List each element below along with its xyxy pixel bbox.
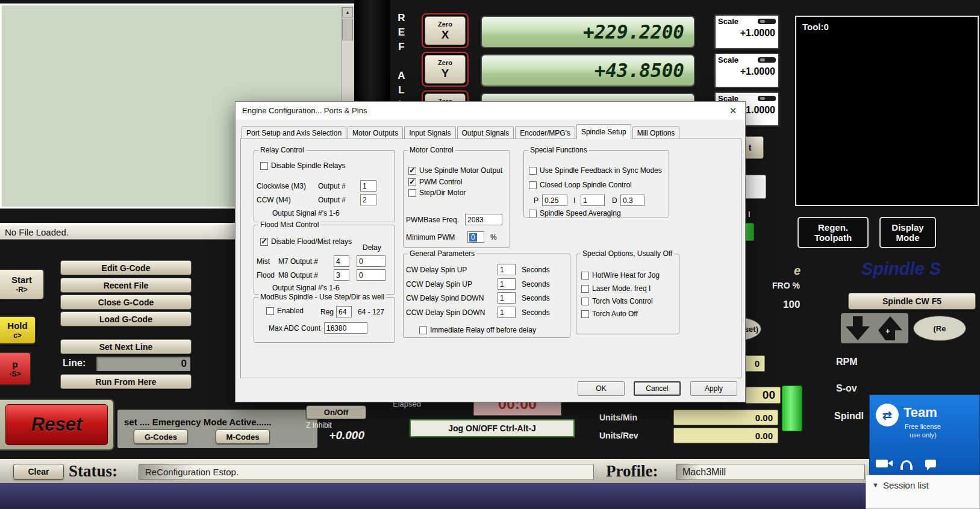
- tab-encoder-mpgs[interactable]: Encoder/MPG's: [515, 126, 575, 139]
- torch-volts-checkbox[interactable]: Torch Volts Control: [581, 297, 653, 305]
- ok-button[interactable]: OK: [578, 381, 625, 396]
- checkbox-icon: [581, 310, 589, 318]
- tab-motor-outputs[interactable]: Motor Outputs: [348, 126, 403, 139]
- stop-button[interactable]: p -S>: [0, 352, 31, 386]
- scroll-up-icon[interactable]: ▲: [342, 7, 353, 17]
- i-field[interactable]: [581, 195, 605, 206]
- no-file-text: No File Loaded.: [5, 227, 69, 237]
- gcodes-label: G-Codes: [145, 432, 177, 442]
- closed-loop-checkbox[interactable]: Closed Loop Spindle Control: [529, 181, 632, 189]
- tab-spindle-setup[interactable]: Spindle Setup: [576, 124, 631, 139]
- gcodes-button[interactable]: G-Codes: [134, 429, 188, 444]
- apply-button[interactable]: Apply: [690, 381, 737, 396]
- spindle-down-icon[interactable]: [846, 316, 870, 340]
- immediate-relay-checkbox[interactable]: Immediate Relay off before delay: [419, 326, 536, 334]
- y-axis-dro[interactable]: +43.8500: [481, 54, 695, 87]
- cycle-start-button[interactable]: Start -R>: [0, 269, 45, 300]
- spindle-reset-button[interactable]: (Re: [913, 316, 966, 341]
- scrollbar-thumb[interactable]: [342, 19, 353, 40]
- tab-output-signals[interactable]: Output Signals: [457, 126, 514, 139]
- chat-icon[interactable]: [925, 460, 936, 467]
- m7-output-field[interactable]: [334, 255, 349, 267]
- cw-delay-down-field[interactable]: [498, 292, 516, 304]
- d-label: D: [612, 196, 617, 205]
- ccw-m4-label: CCW (M4): [257, 196, 291, 204]
- mcodes-button[interactable]: M-Codes: [216, 429, 270, 444]
- torch-auto-off-checkbox[interactable]: Torch Auto Off: [581, 310, 638, 318]
- jog-onoff-button[interactable]: Jog ON/OFF Ctrl-Alt-J: [410, 419, 575, 437]
- ccw-delay-up-field[interactable]: [498, 278, 516, 290]
- cancel-button[interactable]: Cancel: [634, 381, 681, 396]
- clockwise-output-field[interactable]: [360, 180, 376, 192]
- session-list-label: Session list: [883, 480, 929, 490]
- load-gcode-button[interactable]: Load G-Code: [60, 311, 192, 326]
- y-scale-label: Scale: [718, 55, 738, 64]
- m8-delay-field[interactable]: [357, 269, 385, 281]
- feedrate-override-slider[interactable]: [782, 386, 802, 431]
- y-scale-box[interactable]: Scale +1.0000: [714, 53, 779, 88]
- feedrate-dro-fragment[interactable]: 00: [746, 387, 781, 404]
- zero-y-button[interactable]: Zero Y: [422, 52, 469, 87]
- feed-hold-button[interactable]: Hold c>: [0, 316, 36, 345]
- recent-file-button[interactable]: Recent File: [60, 278, 192, 293]
- x-scale-box[interactable]: Scale +1.0000: [714, 14, 779, 49]
- cycle-start-line1: Start: [11, 275, 32, 286]
- use-spindle-motor-checkbox[interactable]: Use Spindle Motor Output: [408, 166, 502, 175]
- spindle-feedback-checkbox[interactable]: Use Spindle Feedback in Sync Modes: [529, 166, 662, 175]
- checkbox-icon: [408, 167, 416, 175]
- disable-flood-mist-checkbox[interactable]: Disable Flood/Mist relays: [260, 237, 352, 246]
- hotwire-checkbox[interactable]: HotWire Heat for Jog: [581, 271, 660, 279]
- ccw-delay-down-field[interactable]: [498, 307, 516, 318]
- run-from-here-button[interactable]: Run From Here: [60, 374, 192, 389]
- minimum-pwm-value: 0: [469, 233, 477, 242]
- z-inhibit-dro[interactable]: +0.000: [304, 426, 364, 445]
- tab-mill-options[interactable]: Mill Options: [632, 126, 680, 139]
- zero-x-button[interactable]: Zero X: [422, 13, 469, 48]
- flood-mist-title: Flood Mist Control: [258, 220, 320, 229]
- disable-spindle-relays-checkbox[interactable]: Disable Spindle Relays: [260, 161, 345, 170]
- regen-toolpath-button[interactable]: Regen. Toolpath: [797, 217, 869, 248]
- spindle-cw-label: Spindle CW F5: [882, 296, 941, 306]
- headset-icon[interactable]: [901, 460, 912, 468]
- z-inhibit-onoff-button[interactable]: On/Off: [306, 405, 366, 419]
- reg-field[interactable]: [336, 306, 352, 317]
- toolpath-display[interactable]: Tool:0: [795, 16, 979, 206]
- units-min-dro[interactable]: 0.00: [673, 410, 778, 425]
- mist-label: Mist: [257, 257, 270, 266]
- units-rev-dro[interactable]: 0.00: [673, 428, 778, 443]
- line-number-dro[interactable]: 0: [96, 357, 190, 371]
- minimum-pwm-field[interactable]: 0: [467, 231, 484, 243]
- set-next-line-button[interactable]: Set Next Line: [60, 339, 192, 354]
- modbus-enabled-checkbox[interactable]: Enabled: [266, 307, 304, 315]
- step-dir-motor-checkbox[interactable]: Step/Dir Motor: [408, 189, 466, 197]
- display-mode-button[interactable]: Display Mode: [879, 217, 936, 248]
- close-gcode-button[interactable]: Close G-Code: [60, 295, 192, 310]
- close-icon[interactable]: ✕: [723, 102, 743, 119]
- immediate-relay-label: Immediate Relay off before delay: [430, 326, 536, 334]
- x-axis-dro[interactable]: +229.2200: [481, 16, 695, 48]
- seconds-label: Seconds: [522, 280, 550, 289]
- p-field[interactable]: [542, 195, 567, 206]
- tab-input-signals[interactable]: Input Signals: [404, 126, 455, 139]
- pwmbase-freq-field[interactable]: [465, 214, 502, 225]
- spindle-cw-button[interactable]: Spindle CW F5: [848, 293, 976, 310]
- clear-status-button[interactable]: Clear: [13, 464, 64, 479]
- reset-button[interactable]: Reset: [0, 399, 114, 451]
- session-list-bar[interactable]: ▼ Session list: [866, 475, 980, 509]
- laser-mode-checkbox[interactable]: Laser Mode. freq I: [581, 284, 651, 293]
- dialog-titlebar[interactable]: Engine Configuration... Ports & Pins: [236, 102, 745, 119]
- ccw-output-field[interactable]: [360, 194, 376, 205]
- cw-delay-up-field[interactable]: [498, 264, 516, 275]
- zero-x-small-label: Zero: [438, 21, 452, 28]
- video-icon[interactable]: [876, 460, 888, 467]
- tab-port-setup[interactable]: Port Setup and Axis Selection: [242, 126, 346, 139]
- spindle-averaging-checkbox[interactable]: Spindle Speed Averaging: [529, 209, 621, 217]
- pwm-control-checkbox[interactable]: PWM Control: [408, 178, 462, 186]
- spindle-up-icon[interactable]: [878, 316, 902, 340]
- reg-range-label: 64 - 127: [358, 308, 384, 316]
- max-adc-field[interactable]: [324, 322, 367, 334]
- m8-output-field[interactable]: [334, 269, 349, 281]
- m7-delay-field[interactable]: [357, 255, 385, 267]
- d-field[interactable]: [620, 195, 644, 206]
- edit-gcode-button[interactable]: Edit G-Code: [60, 260, 192, 275]
